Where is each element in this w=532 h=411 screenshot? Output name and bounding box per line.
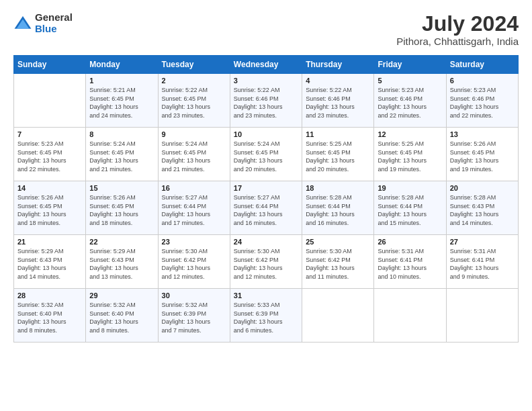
header-sunday: Sunday [14,56,86,74]
day-info: Sunrise: 5:21 AM Sunset: 6:45 PM Dayligh… [89,86,154,120]
day-number: 14 [17,184,82,192]
calendar-cell: 30Sunrise: 5:32 AM Sunset: 6:39 PM Dayli… [158,289,230,342]
day-info: Sunrise: 5:24 AM Sunset: 6:45 PM Dayligh… [162,140,226,173]
calendar-table: Sunday Monday Tuesday Wednesday Thursday… [13,55,519,342]
calendar-cell: 29Sunrise: 5:32 AM Sunset: 6:40 PM Dayli… [86,289,158,342]
day-number: 21 [17,238,82,246]
calendar-week-1: 1Sunrise: 5:21 AM Sunset: 6:45 PM Daylig… [14,74,519,128]
logo-blue: Blue [35,23,57,34]
calendar-cell: 8Sunrise: 5:24 AM Sunset: 6:45 PM Daylig… [86,128,158,181]
header-thursday: Thursday [302,56,374,74]
day-number: 12 [378,130,442,138]
day-info: Sunrise: 5:30 AM Sunset: 6:42 PM Dayligh… [306,247,370,281]
day-info: Sunrise: 5:28 AM Sunset: 6:44 PM Dayligh… [378,193,442,227]
calendar-cell: 12Sunrise: 5:25 AM Sunset: 6:45 PM Dayli… [374,128,446,181]
day-number: 31 [234,291,298,300]
day-number: 6 [450,77,515,85]
header-row: Sunday Monday Tuesday Wednesday Thursday… [14,56,519,74]
day-info: Sunrise: 5:31 AM Sunset: 6:41 PM Dayligh… [378,247,442,281]
header-friday: Friday [374,56,446,74]
day-info: Sunrise: 5:30 AM Sunset: 6:42 PM Dayligh… [234,247,298,281]
day-number: 2 [162,77,226,85]
day-number: 5 [378,77,442,85]
day-number: 9 [162,130,226,138]
day-info: Sunrise: 5:28 AM Sunset: 6:43 PM Dayligh… [450,193,515,227]
day-number: 11 [306,130,370,138]
header-saturday: Saturday [446,56,518,74]
page: General Blue July 2024 Pithora, Chhattis… [0,0,532,349]
day-number: 17 [234,184,298,192]
calendar-cell [374,289,446,342]
calendar-cell: 26Sunrise: 5:31 AM Sunset: 6:41 PM Dayli… [374,235,446,289]
day-info: Sunrise: 5:24 AM Sunset: 6:45 PM Dayligh… [89,140,154,173]
calendar-cell: 19Sunrise: 5:28 AM Sunset: 6:44 PM Dayli… [374,181,446,235]
calendar-cell: 5Sunrise: 5:23 AM Sunset: 6:46 PM Daylig… [374,74,446,128]
day-number: 10 [234,130,298,138]
calendar-cell: 14Sunrise: 5:26 AM Sunset: 6:45 PM Dayli… [14,181,86,235]
day-info: Sunrise: 5:22 AM Sunset: 6:45 PM Dayligh… [162,86,226,120]
day-info: Sunrise: 5:26 AM Sunset: 6:45 PM Dayligh… [89,193,154,227]
calendar-cell: 17Sunrise: 5:27 AM Sunset: 6:44 PM Dayli… [230,181,302,235]
logo: General Blue [13,12,73,34]
calendar-cell: 20Sunrise: 5:28 AM Sunset: 6:43 PM Dayli… [446,181,518,235]
day-info: Sunrise: 5:22 AM Sunset: 6:46 PM Dayligh… [306,86,370,120]
day-info: Sunrise: 5:30 AM Sunset: 6:42 PM Dayligh… [162,247,226,281]
day-number: 28 [17,291,82,300]
day-info: Sunrise: 5:26 AM Sunset: 6:45 PM Dayligh… [17,193,82,227]
calendar-cell: 27Sunrise: 5:31 AM Sunset: 6:41 PM Dayli… [446,235,518,289]
calendar-cell [14,74,86,128]
calendar-cell: 21Sunrise: 5:29 AM Sunset: 6:43 PM Dayli… [14,235,86,289]
logo-icon [13,14,32,33]
day-number: 13 [450,130,515,138]
day-info: Sunrise: 5:29 AM Sunset: 6:43 PM Dayligh… [89,247,154,281]
day-info: Sunrise: 5:23 AM Sunset: 6:46 PM Dayligh… [378,86,442,120]
calendar-cell [446,289,518,342]
calendar-header: Sunday Monday Tuesday Wednesday Thursday… [14,56,519,74]
day-number: 1 [89,77,154,85]
day-info: Sunrise: 5:32 AM Sunset: 6:40 PM Dayligh… [89,301,154,334]
calendar-cell: 23Sunrise: 5:30 AM Sunset: 6:42 PM Dayli… [158,235,230,289]
calendar-cell: 22Sunrise: 5:29 AM Sunset: 6:43 PM Dayli… [86,235,158,289]
day-number: 3 [234,77,298,85]
calendar-cell: 13Sunrise: 5:26 AM Sunset: 6:45 PM Dayli… [446,128,518,181]
calendar-cell: 9Sunrise: 5:24 AM Sunset: 6:45 PM Daylig… [158,128,230,181]
calendar-cell: 18Sunrise: 5:28 AM Sunset: 6:44 PM Dayli… [302,181,374,235]
calendar-week-4: 21Sunrise: 5:29 AM Sunset: 6:43 PM Dayli… [14,235,519,289]
day-number: 29 [89,291,154,300]
header-monday: Monday [86,56,158,74]
day-info: Sunrise: 5:24 AM Sunset: 6:45 PM Dayligh… [234,140,298,173]
day-number: 19 [378,184,442,192]
calendar-cell: 28Sunrise: 5:32 AM Sunset: 6:40 PM Dayli… [14,289,86,342]
calendar-cell: 6Sunrise: 5:23 AM Sunset: 6:46 PM Daylig… [446,74,518,128]
calendar-cell: 3Sunrise: 5:22 AM Sunset: 6:46 PM Daylig… [230,74,302,128]
calendar-week-2: 7Sunrise: 5:23 AM Sunset: 6:45 PM Daylig… [14,128,519,181]
day-info: Sunrise: 5:32 AM Sunset: 6:39 PM Dayligh… [162,301,226,334]
calendar-cell: 31Sunrise: 5:33 AM Sunset: 6:39 PM Dayli… [230,289,302,342]
day-info: Sunrise: 5:31 AM Sunset: 6:41 PM Dayligh… [450,247,515,281]
day-info: Sunrise: 5:28 AM Sunset: 6:44 PM Dayligh… [306,193,370,227]
day-info: Sunrise: 5:29 AM Sunset: 6:43 PM Dayligh… [17,247,82,281]
day-number: 24 [234,238,298,246]
day-number: 15 [89,184,154,192]
calendar-cell: 15Sunrise: 5:26 AM Sunset: 6:45 PM Dayli… [86,181,158,235]
day-number: 26 [378,238,442,246]
calendar-cell: 4Sunrise: 5:22 AM Sunset: 6:46 PM Daylig… [302,74,374,128]
location: Pithora, Chhattisgarh, India [396,36,519,47]
day-number: 18 [306,184,370,192]
day-info: Sunrise: 5:25 AM Sunset: 6:45 PM Dayligh… [306,140,370,173]
calendar-cell [302,289,374,342]
calendar-week-3: 14Sunrise: 5:26 AM Sunset: 6:45 PM Dayli… [14,181,519,235]
day-info: Sunrise: 5:32 AM Sunset: 6:40 PM Dayligh… [17,301,82,334]
day-number: 7 [17,130,82,138]
day-number: 8 [89,130,154,138]
day-number: 4 [306,77,370,85]
day-number: 25 [306,238,370,246]
day-info: Sunrise: 5:26 AM Sunset: 6:45 PM Dayligh… [450,140,515,173]
day-info: Sunrise: 5:27 AM Sunset: 6:44 PM Dayligh… [162,193,226,227]
calendar-cell: 7Sunrise: 5:23 AM Sunset: 6:45 PM Daylig… [14,128,86,181]
day-number: 27 [450,238,515,246]
calendar-cell: 24Sunrise: 5:30 AM Sunset: 6:42 PM Dayli… [230,235,302,289]
header: General Blue July 2024 Pithora, Chhattis… [13,12,519,47]
calendar-cell: 2Sunrise: 5:22 AM Sunset: 6:45 PM Daylig… [158,74,230,128]
calendar-body: 1Sunrise: 5:21 AM Sunset: 6:45 PM Daylig… [14,74,519,342]
